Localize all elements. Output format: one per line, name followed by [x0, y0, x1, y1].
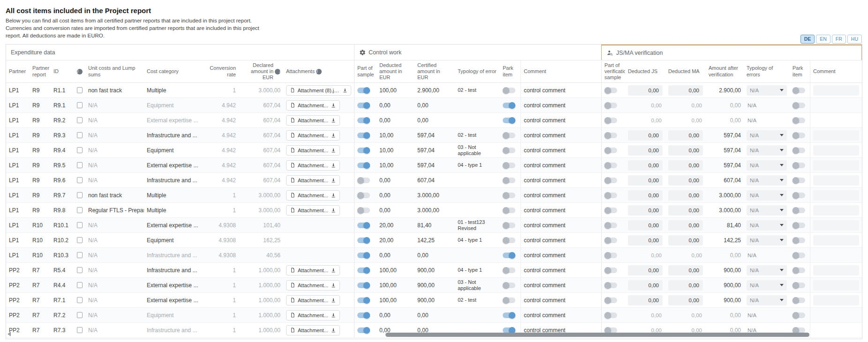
- jsma-comment-input[interactable]: [813, 220, 859, 230]
- verification-sample-toggle[interactable]: [604, 238, 617, 243]
- row-checkbox[interactable]: [77, 252, 83, 258]
- deducted-ma-input[interactable]: 0,00: [668, 220, 703, 230]
- jsma-park-item-toggle[interactable]: [793, 283, 805, 288]
- lang-button-de[interactable]: DE: [800, 35, 815, 44]
- download-icon[interactable]: [331, 163, 336, 168]
- jsma-comment-input[interactable]: [813, 235, 859, 245]
- park-item-toggle[interactable]: [503, 208, 515, 213]
- download-icon[interactable]: [331, 118, 336, 123]
- deducted-js-input[interactable]: 0,00: [628, 190, 663, 201]
- download-icon[interactable]: [331, 297, 336, 303]
- download-icon[interactable]: [331, 193, 336, 198]
- park-item-toggle[interactable]: [503, 238, 515, 243]
- part-of-sample-toggle[interactable]: [357, 297, 370, 303]
- deducted-ma-input[interactable]: 0,00: [668, 130, 703, 141]
- jsma-park-item-toggle[interactable]: [793, 178, 805, 183]
- deducted-js-input[interactable]: 0,00: [628, 115, 663, 126]
- deducted-js-input[interactable]: 0,00: [628, 130, 663, 141]
- attachment-chip[interactable]: Attachment...: [286, 310, 340, 320]
- part-of-sample-toggle[interactable]: [357, 327, 370, 333]
- jsma-comment-input[interactable]: [813, 160, 859, 171]
- row-checkbox[interactable]: [77, 192, 83, 198]
- deducted-ma-input[interactable]: 0,00: [668, 205, 703, 216]
- row-checkbox[interactable]: [77, 237, 83, 243]
- scroll-left-arrow-icon[interactable]: [8, 332, 11, 336]
- download-icon[interactable]: [331, 103, 336, 108]
- row-checkbox[interactable]: [77, 297, 83, 303]
- deducted-ma-input[interactable]: 0,00: [668, 85, 703, 96]
- typology-of-errors-select[interactable]: N/A: [747, 220, 787, 230]
- attachment-chip[interactable]: Attachment (8).jpeg: [286, 85, 351, 96]
- verification-sample-toggle[interactable]: [604, 327, 617, 333]
- verification-sample-toggle[interactable]: [604, 193, 617, 198]
- typology-of-errors-select[interactable]: N/A: [747, 190, 787, 201]
- jsma-comment-input[interactable]: [813, 145, 859, 156]
- download-icon[interactable]: [331, 268, 336, 273]
- typology-of-errors-select[interactable]: N/A: [747, 235, 787, 245]
- part-of-sample-toggle[interactable]: [357, 312, 370, 318]
- jsma-park-item-toggle[interactable]: [793, 193, 805, 198]
- verification-sample-toggle[interactable]: [604, 223, 617, 228]
- row-checkbox[interactable]: [77, 177, 83, 183]
- jsma-park-item-toggle[interactable]: [793, 268, 805, 273]
- verification-sample-toggle[interactable]: [604, 88, 617, 93]
- part-of-sample-toggle[interactable]: [357, 133, 370, 138]
- deducted-ma-input[interactable]: 0,00: [668, 160, 703, 171]
- park-item-toggle[interactable]: [503, 178, 515, 183]
- park-item-toggle[interactable]: [503, 103, 515, 108]
- jsma-park-item-toggle[interactable]: [793, 312, 805, 318]
- part-of-sample-toggle[interactable]: [357, 118, 370, 123]
- deducted-ma-input[interactable]: 0,00: [668, 235, 703, 245]
- verification-sample-toggle[interactable]: [604, 268, 617, 273]
- park-item-toggle[interactable]: [503, 193, 515, 198]
- row-checkbox[interactable]: [77, 162, 83, 168]
- row-checkbox[interactable]: [77, 327, 83, 333]
- deducted-js-input[interactable]: 0,00: [628, 310, 663, 320]
- jsma-park-item-toggle[interactable]: [793, 208, 805, 213]
- park-item-toggle[interactable]: [503, 283, 515, 288]
- jsma-comment-input[interactable]: [813, 130, 859, 141]
- park-item-toggle[interactable]: [503, 148, 515, 153]
- jsma-park-item-toggle[interactable]: [793, 253, 805, 258]
- part-of-sample-toggle[interactable]: [357, 193, 370, 198]
- attachment-chip[interactable]: Attachment...: [286, 325, 340, 335]
- row-checkbox[interactable]: [77, 117, 83, 123]
- download-icon[interactable]: [331, 133, 336, 138]
- jsma-comment-input[interactable]: [813, 295, 859, 305]
- verification-sample-toggle[interactable]: [604, 312, 617, 318]
- jsma-comment-input[interactable]: [813, 190, 859, 201]
- jsma-comment-input[interactable]: [813, 205, 859, 216]
- attachment-chip[interactable]: Attachment...: [286, 265, 340, 275]
- jsma-comment-input[interactable]: [813, 85, 859, 96]
- jsma-park-item-toggle[interactable]: [793, 238, 805, 243]
- row-checkbox[interactable]: [77, 207, 83, 213]
- part-of-sample-toggle[interactable]: [357, 253, 370, 258]
- part-of-sample-toggle[interactable]: [357, 238, 370, 243]
- horizontal-scrollbar-thumb[interactable]: [385, 333, 809, 337]
- deducted-js-input[interactable]: 0,00: [628, 220, 663, 230]
- jsma-park-item-toggle[interactable]: [793, 163, 805, 168]
- typology-of-errors-select[interactable]: N/A: [747, 310, 787, 320]
- download-icon[interactable]: [342, 88, 348, 93]
- deducted-ma-input[interactable]: 0,00: [668, 115, 703, 126]
- typology-of-errors-select[interactable]: N/A: [747, 145, 787, 156]
- deducted-ma-input[interactable]: 0,00: [668, 190, 703, 201]
- deducted-js-input[interactable]: 0,00: [628, 280, 663, 290]
- part-of-sample-toggle[interactable]: [357, 178, 370, 183]
- jsma-park-item-toggle[interactable]: [793, 148, 805, 153]
- attachment-chip[interactable]: Attachment...: [286, 145, 340, 156]
- typology-of-errors-select[interactable]: N/A: [747, 160, 787, 171]
- jsma-park-item-toggle[interactable]: [793, 297, 805, 303]
- deducted-ma-input[interactable]: 0,00: [668, 250, 703, 260]
- deducted-js-input[interactable]: 0,00: [628, 85, 663, 96]
- typology-of-errors-select[interactable]: N/A: [747, 265, 787, 275]
- row-checkbox[interactable]: [77, 312, 83, 318]
- part-of-sample-toggle[interactable]: [357, 148, 370, 153]
- verification-sample-toggle[interactable]: [604, 163, 617, 168]
- park-item-toggle[interactable]: [503, 253, 515, 258]
- part-of-sample-toggle[interactable]: [357, 268, 370, 273]
- deducted-ma-input[interactable]: 0,00: [668, 100, 703, 111]
- park-item-toggle[interactable]: [503, 268, 515, 273]
- part-of-sample-toggle[interactable]: [357, 163, 370, 168]
- row-checkbox[interactable]: [77, 282, 83, 288]
